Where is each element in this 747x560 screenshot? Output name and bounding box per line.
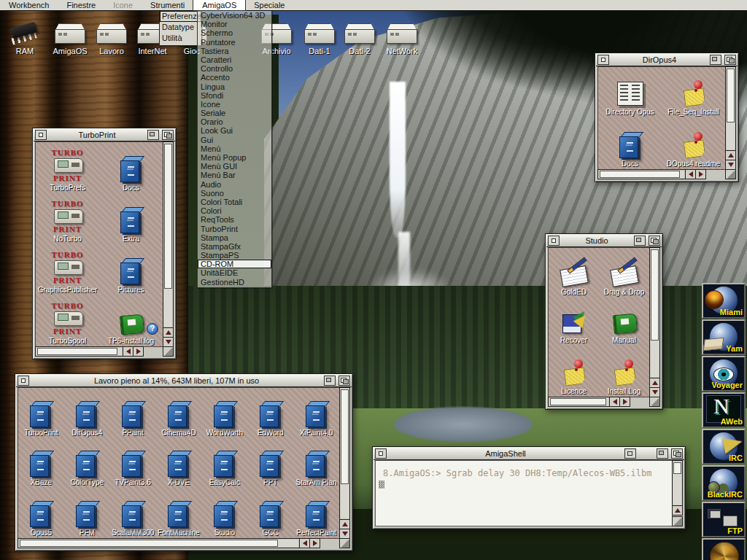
titlebar[interactable]: AmigaShell [374,448,684,460]
depth-gadget-icon[interactable] [724,55,736,65]
menu-group-item[interactable]: Preferenze [160,11,201,22]
menu-title[interactable]: Strumenti [142,0,193,10]
file-icon[interactable]: ColorType [64,449,110,488]
scroll-down-button[interactable] [726,160,735,169]
hscroll-track[interactable] [36,348,122,355]
file-icon[interactable]: EasyCalc [201,449,247,488]
vertical-scrollbar[interactable] [339,387,350,539]
submenu-item[interactable]: Puntatore [198,38,271,47]
submenu-item[interactable]: UnitàEIDE [198,268,271,277]
zoom-gadget-icon[interactable] [634,236,646,246]
file-icon[interactable]: X-DVE [156,449,202,488]
menu-title[interactable]: Finestre [58,0,104,10]
dock-item[interactable]: IRC [702,429,746,464]
submenu-item[interactable]: Menù Popup [198,153,271,162]
file-icon[interactable]: PFM [64,499,110,538]
close-gadget-icon[interactable] [597,55,609,65]
menu-title[interactable]: Speciale [245,0,293,10]
submenu-item[interactable]: Menù GUI [198,162,271,171]
horizontal-scrollbar[interactable] [18,538,320,548]
submenu-item[interactable]: Monitor [198,20,271,28]
vertical-scrollbar[interactable] [672,460,683,516]
submenu-item[interactable]: Sfondi [198,91,271,100]
file-icon[interactable]: File_Seq_Install [662,80,725,117]
submenu-item[interactable]: Gui [198,136,271,144]
file-icon[interactable]: TurboPrint [18,400,64,438]
desktop-icon[interactable]: Dati-2 [338,19,381,55]
file-icon[interactable]: Directory Opus [598,80,662,117]
file-icon[interactable]: TVPaint3.6 [110,449,156,488]
menu-title[interactable]: Workbench [0,0,58,10]
close-gadget-icon[interactable] [548,236,560,246]
titlebar[interactable]: TurboPrint [34,129,175,141]
titlebar[interactable]: Studio [546,235,662,247]
hscroll-thumb[interactable] [550,398,606,405]
menu-title[interactable]: AmigaOS [193,0,245,10]
file-icon[interactable]: FontMachine [156,499,202,538]
file-icon[interactable]: TURBO PRINT TurboSpool [36,302,99,346]
submenu-item[interactable]: Seriale [198,109,271,117]
hscroll-thumb[interactable] [20,540,278,547]
submenu-item[interactable]: GestioneHD [198,278,271,287]
file-icon[interactable]: Manual [599,311,649,346]
submenu-item[interactable]: StampaPS [198,251,271,260]
horizontal-scrollbar[interactable] [548,397,630,407]
submenu-item[interactable]: Tastiera [198,47,271,55]
file-icon[interactable]: Docs [99,155,163,193]
file-icon[interactable]: TURBO PRINT GraphicsPublisher [36,251,99,295]
horizontal-scrollbar[interactable] [35,346,144,357]
zoom-gadget-icon[interactable] [657,448,668,459]
vscroll-thumb[interactable] [341,389,349,484]
resize-gadget-icon[interactable] [339,538,350,548]
close-gadget-icon[interactable] [375,448,387,459]
file-icon[interactable]: TURBO PRINT NoTurbo [36,200,99,244]
submenu-item[interactable]: Accento [198,73,271,82]
vertical-scrollbar[interactable] [163,141,174,347]
vscroll-track[interactable] [727,68,735,149]
scroll-left-button[interactable] [299,539,309,548]
submenu-item[interactable]: Lingua [198,82,271,91]
desktop-icon[interactable]: RAM [4,19,46,55]
scroll-left-button[interactable] [123,347,133,356]
submenu-item[interactable]: Orario [198,117,271,126]
file-icon[interactable]: Extra [99,206,163,244]
file-icon[interactable]: TURBO PRINT ? TurboPrefs [36,149,99,193]
menu-group-item[interactable]: Utilità [160,33,201,44]
vscroll-track[interactable] [341,389,349,518]
vscroll-track[interactable] [164,143,172,327]
file-icon[interactable]: Studio [201,499,247,538]
resize-gadget-icon[interactable] [672,516,683,526]
submenu-item[interactable]: Schermo [198,28,271,37]
depth-gadget-icon[interactable] [162,130,174,140]
scroll-left-button[interactable] [609,397,619,406]
scroll-up-button[interactable] [340,519,349,529]
desktop-icon[interactable]: AmigaOS [49,19,91,55]
scroll-down-button[interactable] [163,337,173,346]
file-icon[interactable]: EdWord [247,400,293,438]
resize-gadget-icon[interactable] [163,346,174,357]
dock-item[interactable]: Shell [702,538,746,560]
file-icon[interactable]: Pictures [99,257,163,295]
submenu-item[interactable]: Stampa [198,233,271,242]
close-gadget-icon[interactable] [35,130,47,140]
horizontal-scrollbar[interactable] [597,169,706,179]
submenu-item[interactable]: CyberVision64 3D [198,11,271,20]
file-icon[interactable]: StarAm Plan [293,449,339,488]
scroll-right-button[interactable] [695,170,705,179]
file-icon[interactable]: PerfectPaint [293,499,339,538]
file-icon[interactable]: Drag & Drop [599,262,649,298]
file-icon[interactable]: Licence [549,359,599,397]
vscroll-thumb[interactable] [651,249,659,341]
file-icon[interactable]: GCC [247,499,293,538]
file-icon[interactable]: Opus5 [18,499,64,538]
submenu-item[interactable]: StampaGfx [198,242,271,251]
file-icon[interactable]: PPT [247,449,293,488]
zoom-gadget-icon[interactable] [710,55,721,65]
hscroll-thumb[interactable] [600,171,680,178]
depth-gadget-icon[interactable] [671,448,683,459]
scroll-up-button[interactable] [650,378,659,387]
close-gadget-icon[interactable] [18,376,29,386]
dock-item[interactable]: N AWeb [702,392,746,428]
resize-gadget-icon[interactable] [649,397,660,407]
scroll-right-button[interactable] [619,397,630,406]
